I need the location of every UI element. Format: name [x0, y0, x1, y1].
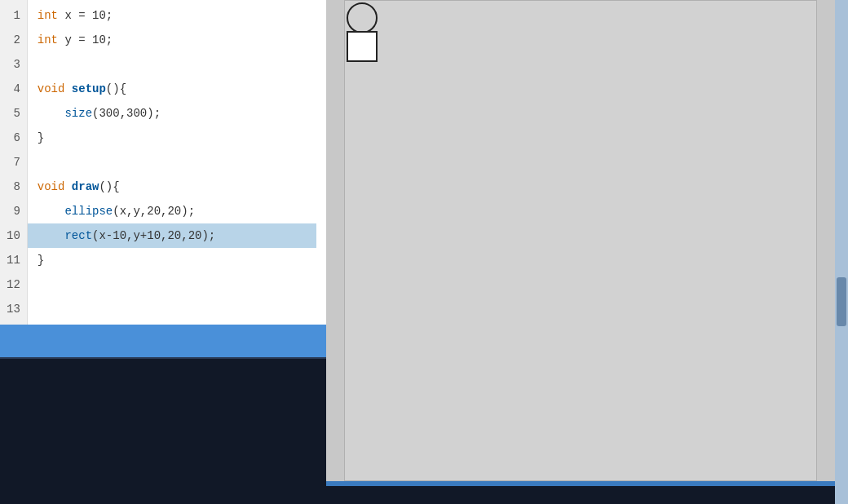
code-line-4: void setup(){ [38, 77, 316, 101]
code-line-5: size(300,300); [38, 101, 316, 126]
token-setup: setup [72, 77, 106, 101]
token-rect: rect [64, 223, 92, 248]
line-num-7: 7 [7, 150, 20, 175]
code-content: 1 2 3 4 5 6 7 8 9 10 11 12 13 [0, 0, 326, 325]
line-num-12: 12 [7, 272, 20, 297]
line-numbers: 1 2 3 4 5 6 7 8 9 10 11 12 13 [0, 0, 28, 325]
code-line-13 [38, 297, 316, 321]
token-size-args: (300,300); [92, 101, 161, 126]
token-ellipse-args: (x,y,20,20); [113, 199, 195, 223]
line-num-8: 8 [7, 175, 20, 199]
token-brace-1: } [38, 126, 44, 150]
token-rect-args: (x-10,y+10,20,20); [92, 223, 215, 248]
line-num-9: 9 [7, 199, 20, 223]
main-container: 1 2 3 4 5 6 7 8 9 10 11 12 13 [0, 0, 848, 504]
code-editor: 1 2 3 4 5 6 7 8 9 10 11 12 13 [0, 0, 326, 504]
preview-inner [326, 0, 835, 481]
line-num-11: 11 [7, 248, 20, 272]
right-scrollbar[interactable] [835, 0, 848, 504]
line-num-10: 10 [7, 223, 20, 248]
token-space-2 [64, 175, 71, 199]
code-line-7 [38, 150, 316, 175]
canvas-svg [345, 1, 818, 482]
token-void-2: void [38, 175, 65, 199]
line-num-6: 6 [7, 126, 20, 150]
token-indent-1 [38, 101, 65, 126]
console-panel [0, 357, 326, 504]
code-line-9: ellipse(x,y,20,20); [38, 199, 316, 223]
token-normal-1: x = 10; [58, 3, 113, 28]
preview-dark-area [326, 486, 835, 504]
editor-toolbar [0, 325, 326, 357]
canvas-box [344, 0, 817, 481]
editor-area[interactable]: 1 2 3 4 5 6 7 8 9 10 11 12 13 [0, 0, 326, 325]
token-ellipse: ellipse [64, 199, 113, 223]
code-line-3 [38, 52, 316, 77]
line-num-13: 13 [7, 297, 20, 321]
preview-container [326, 0, 835, 504]
token-brace-2: } [38, 248, 44, 272]
shape-rect [347, 32, 377, 61]
token-void-1: void [38, 77, 65, 101]
code-line-2: int y = 10; [38, 28, 316, 52]
token-normal-2: y = 10; [58, 28, 113, 52]
code-lines[interactable]: int x = 10; int y = 10; void setup(){ [28, 0, 326, 325]
line-num-2: 2 [7, 28, 20, 52]
token-paren-1: (){ [106, 77, 126, 101]
token-size: size [64, 101, 92, 126]
token-draw: draw [72, 175, 99, 199]
token-indent-2 [38, 199, 65, 223]
code-line-10: rect(x-10,y+10,20,20); [28, 223, 316, 248]
line-num-5: 5 [7, 101, 20, 126]
line-num-3: 3 [7, 52, 20, 77]
token-int-1: int [38, 3, 58, 28]
code-line-1: int x = 10; [38, 3, 316, 28]
line-num-1: 1 [7, 3, 20, 28]
token-indent-3 [38, 223, 65, 248]
code-line-6: } [38, 126, 316, 150]
code-line-8: void draw(){ [38, 175, 316, 199]
code-line-12 [38, 272, 316, 297]
shape-ellipse [347, 3, 377, 33]
code-line-11: } [38, 248, 316, 272]
token-draw-paren: (){ [99, 175, 119, 199]
token-int-2: int [38, 28, 58, 52]
line-num-4: 4 [7, 77, 20, 101]
scrollbar-thumb[interactable] [837, 277, 846, 326]
token-space-1 [64, 77, 71, 101]
